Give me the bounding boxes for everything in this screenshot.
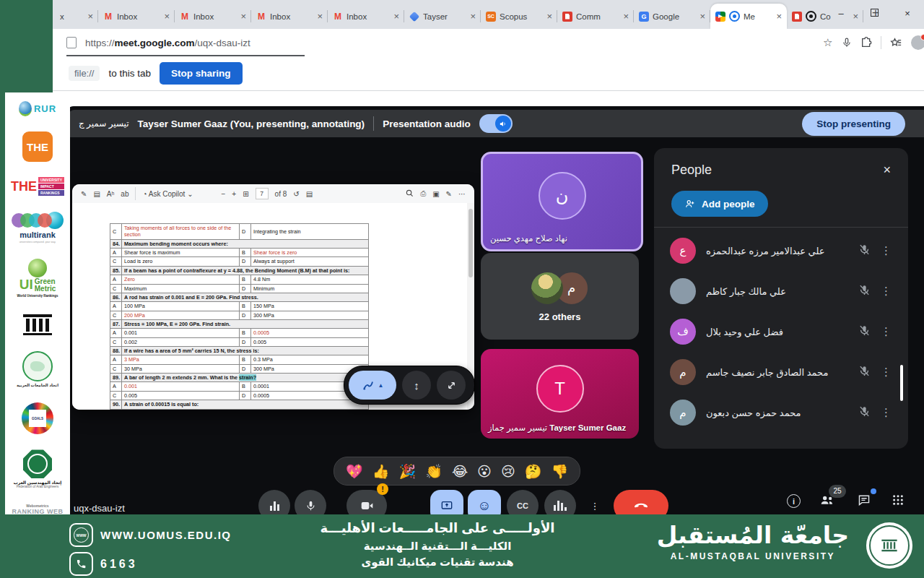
tab-close-icon[interactable]: ×	[470, 11, 476, 22]
activities-grid-icon[interactable]	[892, 494, 904, 508]
people-panel-close-icon[interactable]: ×	[883, 163, 891, 178]
tab-close-icon[interactable]: ×	[546, 11, 552, 22]
rotate-icon[interactable]: ↺	[293, 190, 299, 198]
captions-button[interactable]: CC	[507, 490, 539, 514]
more-options-button[interactable]: ⋮	[582, 490, 608, 514]
microphone-button[interactable]	[295, 490, 326, 514]
favorites-icon[interactable]	[890, 37, 902, 48]
browser-tab[interactable]: Comm ×	[557, 4, 634, 28]
browser-tab[interactable]: Inbox ×	[175, 4, 251, 28]
participant-menu-icon[interactable]: ⋮	[881, 406, 892, 419]
presentation-audio-toggle[interactable]	[479, 114, 513, 133]
browser-tab[interactable]: Scopus ×	[481, 4, 557, 28]
video-tile-participant[interactable]: ن نهاد صلاح مهدي حسين	[481, 152, 643, 251]
polls-button[interactable]	[544, 490, 576, 514]
video-tile-others[interactable]: م 22 others	[481, 253, 639, 340]
restore-button[interactable]	[858, 8, 891, 19]
expand-button[interactable]	[437, 371, 466, 400]
participant-row[interactable]: ف فضل علي وحيد بلال ⋮	[654, 311, 908, 352]
reaction-emoji-button[interactable]: 😂	[452, 465, 468, 478]
voice-search-icon[interactable]	[842, 37, 852, 48]
participant-row[interactable]: علي مالك جبار كاظم ⋮	[654, 271, 908, 311]
option-letter: B	[240, 275, 251, 284]
browser-tab[interactable]: Inbox ×	[98, 4, 175, 28]
people-scrollbar-thumb[interactable]	[900, 365, 903, 401]
participant-menu-icon[interactable]: ⋮	[881, 366, 892, 379]
reaction-emoji-button[interactable]: 😮	[477, 465, 492, 478]
video-tile-presenter[interactable]: T تيسير سمير جماز Tayser Sumer Gaaz	[481, 349, 639, 439]
participant-row[interactable]: ع علي عبدالامير مرزه عبدالحمزه ⋮	[654, 230, 908, 271]
tab-close-icon[interactable]: ×	[317, 11, 323, 22]
reaction-emoji-button[interactable]: 💖	[346, 465, 363, 478]
pdf-more-icon[interactable]: ⋯	[458, 190, 466, 198]
tab-close-icon[interactable]: ×	[393, 11, 399, 22]
pdf-read-aloud-icon[interactable]: Aʰ	[107, 190, 115, 198]
pen-options-caret-icon[interactable]: ▲	[378, 382, 384, 389]
extensions-icon[interactable]	[860, 37, 872, 48]
participant-menu-icon[interactable]: ⋮	[881, 285, 892, 298]
browser-tab[interactable]: Me ×	[710, 4, 787, 29]
pdf-scrollbar-thumb[interactable]	[468, 209, 473, 277]
participant-row[interactable]: م محمد الصادق جابر نصيف جاسم ⋮	[654, 352, 908, 392]
browser-tab[interactable]: Inbox ×	[328, 4, 404, 28]
browser-tab[interactable]: Tayser ×	[404, 4, 481, 28]
tab-title: Inbox	[117, 12, 160, 21]
add-people-button[interactable]: Add people	[671, 191, 768, 217]
option-letter: D	[240, 224, 251, 240]
pen-tool-button[interactable]: ▲	[349, 371, 396, 400]
pdf-text-tool-icon[interactable]: ab	[121, 190, 128, 198]
tab-close-icon[interactable]: ×	[776, 11, 782, 22]
option-letter: B	[240, 249, 251, 257]
meeting-info-icon[interactable]: i	[787, 494, 801, 508]
participant-menu-icon[interactable]: ⋮	[881, 244, 892, 257]
page-view-icon[interactable]: ▤	[306, 190, 313, 198]
fit-page-icon[interactable]: ⊞	[243, 190, 248, 198]
pdf-draw-icon[interactable]: ✎	[446, 190, 452, 198]
zoom-in-icon[interactable]: +	[232, 190, 236, 198]
participant-row[interactable]: م محمد حمزه حسن دبعون ⋮	[654, 392, 908, 433]
close-window-button[interactable]: ×	[891, 8, 924, 19]
tab-close-icon[interactable]: ×	[87, 11, 93, 22]
page-number-input[interactable]: 7	[256, 188, 269, 199]
reaction-emoji-button[interactable]: 👍	[372, 465, 390, 478]
browser-tab[interactable]: x ×	[55, 4, 98, 28]
question-text: If a wire has a area of 5 mm² carries 15…	[122, 347, 369, 355]
mic-off-icon	[858, 405, 871, 420]
pdf-print-icon[interactable]: ⎙	[420, 189, 426, 198]
reaction-emoji-button[interactable]: 🤔	[525, 465, 542, 478]
pdf-layout-icon[interactable]: ▤	[93, 190, 100, 198]
tab-close-icon[interactable]: ×	[240, 11, 246, 22]
sharing-infobar: file:// to this tab Stop sharing	[0, 56, 924, 91]
stop-sharing-button[interactable]: Stop sharing	[160, 62, 243, 85]
pdf-save-icon[interactable]: ▣	[432, 190, 439, 198]
reactions-button[interactable]: ☺	[468, 490, 501, 514]
sdg-center-label: GOALS	[29, 410, 46, 427]
browser-tab[interactable]: Inbox ×	[251, 4, 328, 28]
leave-call-button[interactable]	[614, 490, 668, 514]
tab-close-icon[interactable]: ×	[623, 11, 629, 22]
reaction-emoji-button[interactable]: 🎉	[398, 465, 416, 478]
tab-icon	[256, 12, 266, 22]
ask-copilot-button[interactable]: ◔ Ask Copilot ⌄	[142, 190, 193, 198]
bookmark-star-icon[interactable]: ☆	[823, 36, 832, 49]
pdf-highlight-icon[interactable]: ✎	[81, 190, 87, 198]
url-text[interactable]: https://meet.google.com/uqx-dsau-izt	[85, 38, 814, 48]
option-letter: B	[240, 355, 251, 364]
tab-close-icon[interactable]: ×	[164, 11, 170, 22]
scroll-mode-button[interactable]: ↕	[402, 371, 431, 400]
site-info-icon[interactable]	[66, 37, 77, 48]
stop-presenting-button[interactable]: Stop presenting	[802, 112, 905, 136]
reaction-emoji-button[interactable]: 👏	[425, 465, 443, 478]
audio-settings-button[interactable]	[258, 490, 290, 514]
reaction-emoji-button[interactable]: 👎	[551, 465, 568, 478]
browser-tab[interactable]: Google ×	[634, 4, 710, 28]
profile-avatar[interactable]	[911, 35, 924, 50]
participant-menu-icon[interactable]: ⋮	[881, 325, 892, 338]
zoom-out-icon[interactable]: −	[222, 190, 226, 198]
chat-icon[interactable]	[858, 494, 871, 508]
tab-close-icon[interactable]: ×	[699, 11, 705, 22]
reaction-emoji-button[interactable]: 😢	[501, 465, 515, 478]
pdf-search-icon[interactable]	[406, 189, 414, 199]
minimize-button[interactable]: –	[824, 8, 858, 19]
present-screen-button[interactable]	[430, 490, 463, 514]
